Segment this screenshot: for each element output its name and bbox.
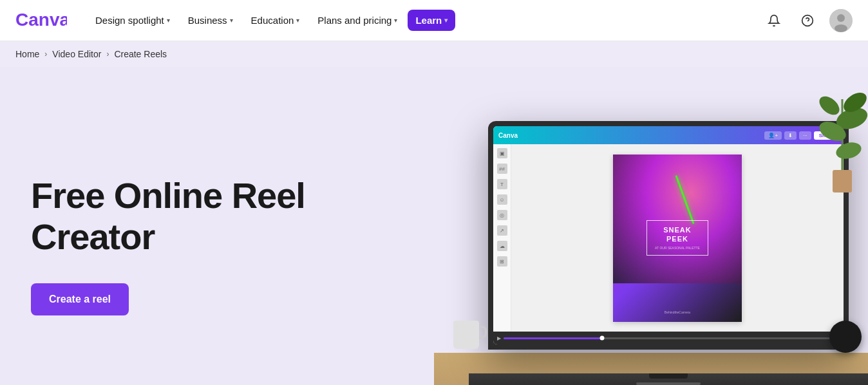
breadcrumb: Home › Video Editor › Create Reels <box>0 41 868 67</box>
headphones-body <box>829 321 862 353</box>
breadcrumb-home[interactable]: Home <box>15 49 39 59</box>
play-icon: ▶ <box>497 335 501 341</box>
nav-right <box>762 9 853 32</box>
mini-sidebar-icon-2: ## <box>497 164 507 174</box>
mini-sidebar-icon-3: T <box>497 179 507 189</box>
mini-sidebar-icon-6: ↗ <box>497 225 507 236</box>
svg-point-4 <box>837 14 845 22</box>
breadcrumb-video-editor[interactable]: Video Editor <box>52 49 101 59</box>
mug-decoration <box>453 321 482 353</box>
nav-item-learn[interactable]: Learn ▾ <box>408 10 455 31</box>
laptop-body: Canva 👤+ ⬇ ··· Share <box>469 121 868 385</box>
timeline-bar <box>504 337 832 339</box>
timeline-playhead <box>600 336 605 341</box>
breadcrumb-separator-1: › <box>44 50 47 59</box>
mini-canva-topbar: Canva 👤+ ⬇ ··· Share <box>493 126 844 144</box>
mini-more-icon: ··· <box>799 131 811 140</box>
svg-point-5 <box>835 24 847 32</box>
laptop-mockup: Canva 👤+ ⬇ ··· Share <box>469 89 868 385</box>
mini-canvas-area: SNEAK PEEK AT OUR SEASONAL PALETTE Behin… <box>511 144 844 332</box>
mini-editor-content: ▣ ## T ☺ ◎ ↗ ☁ ⊞ <box>493 144 844 332</box>
hero-right: Canva 👤+ ⬇ ··· Share <box>434 67 868 385</box>
user-avatar[interactable] <box>829 9 853 32</box>
chevron-down-icon: ▾ <box>296 17 299 24</box>
laptop-bottom-bar <box>636 382 701 385</box>
nav-item-education[interactable]: Education ▾ <box>243 10 308 31</box>
reel-face-image <box>613 155 742 283</box>
chevron-down-icon: ▾ <box>230 17 233 24</box>
svg-point-11 <box>816 93 843 118</box>
nav-links: Design spotlight ▾ Business ▾ Education … <box>88 10 762 31</box>
breadcrumb-separator-2: › <box>106 50 109 59</box>
canva-logo[interactable]: Canva <box>15 9 67 32</box>
hero-left: Free Online Reel Creator Create a reel <box>0 67 434 385</box>
chevron-down-icon: ▾ <box>394 17 397 24</box>
nav-item-plans-pricing[interactable]: Plans and pricing ▾ <box>310 10 405 31</box>
chevron-down-icon: ▾ <box>167 17 170 24</box>
nav-item-design-spotlight[interactable]: Design spotlight ▾ <box>88 10 178 31</box>
chevron-down-icon: ▾ <box>444 17 448 24</box>
mini-avatar-icon: 👤+ <box>764 131 782 140</box>
svg-rect-6 <box>833 170 852 192</box>
mini-timeline: ▶ ⛶ <box>493 332 844 344</box>
plant-decoration <box>816 67 868 196</box>
mini-sidebar-icon-7: ☁ <box>497 241 507 251</box>
navbar: Canva Design spotlight ▾ Business ▾ Educ… <box>0 0 868 41</box>
mini-sidebar-icon-5: ◎ <box>497 210 507 220</box>
timeline-progress <box>504 337 602 339</box>
reel-title-line1: SNEAK <box>655 226 700 234</box>
create-reel-button[interactable]: Create a reel <box>31 283 129 315</box>
mini-canva-logo: Canva <box>498 132 518 139</box>
notifications-button[interactable] <box>762 9 786 32</box>
help-button[interactable] <box>796 9 819 32</box>
headphones-decoration <box>829 321 862 353</box>
nav-item-business[interactable]: Business ▾ <box>180 10 241 31</box>
mini-sidebar-icon-4: ☺ <box>497 194 507 205</box>
reel-design-canvas: SNEAK PEEK AT OUR SEASONAL PALETTE Behin… <box>613 155 742 322</box>
reel-bottom-text: BehindtheCamera <box>665 310 690 314</box>
reel-subtitle: AT OUR SEASONAL PALETTE <box>655 246 700 250</box>
reel-title-line2: PEEK <box>655 235 700 243</box>
reel-background: SNEAK PEEK AT OUR SEASONAL PALETTE Behin… <box>613 155 742 322</box>
mini-sidebar-icon-8: ⊞ <box>497 256 507 267</box>
hero-title: Free Online Reel Creator <box>31 175 395 258</box>
screen-content: Canva 👤+ ⬇ ··· Share <box>493 126 844 344</box>
mini-sidebar-icon-1: ▣ <box>497 148 507 158</box>
breadcrumb-current: Create Reels <box>114 49 167 59</box>
mug-body <box>453 321 479 349</box>
reel-text-box: SNEAK PEEK AT OUR SEASONAL PALETTE <box>646 220 708 255</box>
svg-point-12 <box>835 140 863 162</box>
laptop-screen: Canva 👤+ ⬇ ··· Share <box>488 121 849 350</box>
laptop-hinge <box>649 373 688 379</box>
hero-section: Free Online Reel Creator Create a reel C… <box>0 67 868 385</box>
mini-sidebar: ▣ ## T ☺ ◎ ↗ ☁ ⊞ <box>493 144 511 332</box>
mug-handle <box>479 326 487 339</box>
mini-download-icon: ⬇ <box>784 131 797 140</box>
laptop-base <box>469 373 868 385</box>
svg-text:Canva: Canva <box>15 10 67 30</box>
